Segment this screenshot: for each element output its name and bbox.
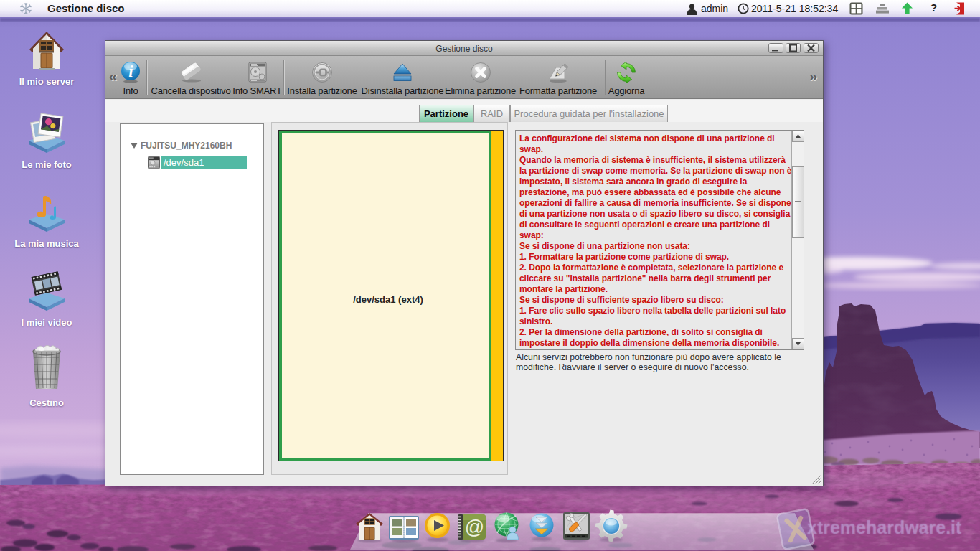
svg-text:i: i — [128, 62, 133, 80]
